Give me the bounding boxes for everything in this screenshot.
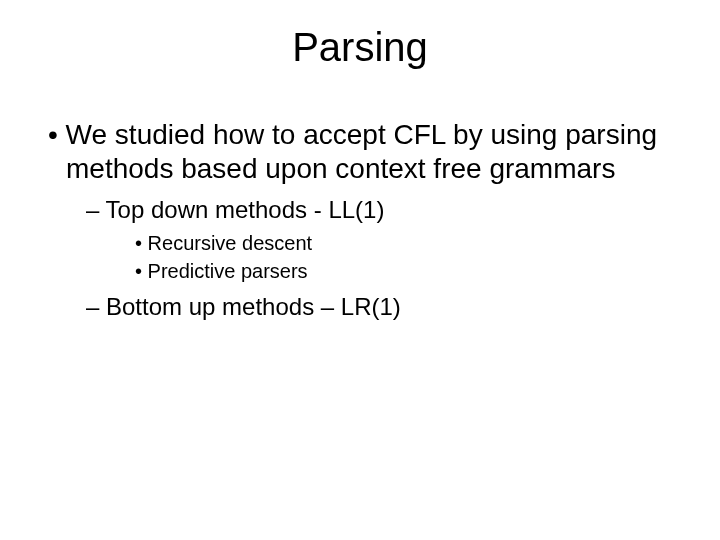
- bullet-level3: Recursive descent: [135, 231, 690, 256]
- bullet-text: We studied how to accept CFL by using pa…: [66, 119, 657, 184]
- slide-title: Parsing: [30, 25, 690, 70]
- bullet-level2: Top down methods - LL(1): [86, 195, 690, 225]
- bullet-level3: Predictive parsers: [135, 259, 690, 284]
- bullet-text: Predictive parsers: [148, 260, 308, 282]
- bullet-text: Bottom up methods – LR(1): [106, 293, 401, 320]
- sub-bullet-group: Recursive descent Predictive parsers: [30, 231, 690, 284]
- bullet-text: Recursive descent: [148, 232, 313, 254]
- bullet-level2: Bottom up methods – LR(1): [86, 292, 690, 322]
- bullet-text: Top down methods - LL(1): [106, 196, 385, 223]
- slide: Parsing We studied how to accept CFL by …: [0, 0, 720, 540]
- bullet-level1: We studied how to accept CFL by using pa…: [48, 118, 690, 185]
